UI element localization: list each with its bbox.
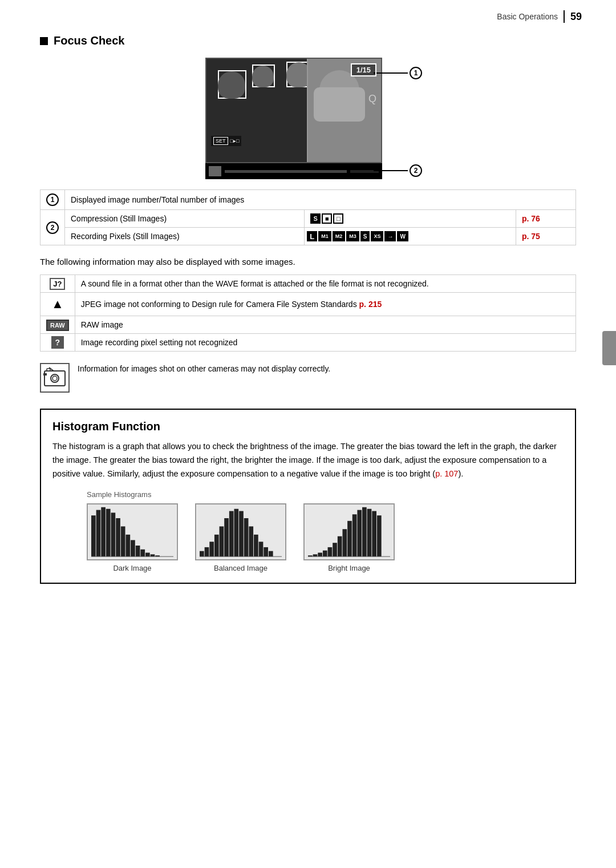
symbol-row-3: ? Image recording pixel setting not reco… (40, 334, 576, 352)
bright-caption: Bright Image (328, 564, 370, 572)
row2b-page: p. 75 (516, 228, 576, 245)
sample-label: Sample Histograms (87, 490, 564, 499)
svg-rect-31 (229, 511, 234, 556)
svg-rect-45 (323, 550, 327, 556)
camera-bottom-bar (205, 163, 382, 179)
histogram-balanced-img (195, 503, 286, 560)
svg-rect-18 (136, 546, 140, 556)
histogram-section: Histogram Function The histogram is a gr… (40, 409, 576, 584)
svg-rect-21 (151, 554, 155, 556)
dark-caption: Dark Image (113, 564, 151, 572)
row2b-icons: L M1 M2 M3 S XS → W (305, 228, 516, 245)
svg-rect-43 (313, 554, 318, 556)
sym-2-text: RAW image (75, 316, 576, 334)
svg-rect-16 (125, 535, 130, 556)
symbol-row-0: J? A sound file in a format other than t… (40, 275, 576, 293)
table-row-2b: Recording Pixels (Still Images) L M1 M2 … (40, 228, 576, 245)
row2-num: 2 (40, 210, 65, 245)
pix-M2: M2 (333, 231, 346, 241)
svg-rect-48 (338, 536, 342, 556)
svg-rect-28 (214, 535, 219, 556)
svg-rect-17 (131, 540, 135, 556)
row2a-icons: S ■ □ (305, 210, 516, 228)
svg-point-4 (52, 376, 57, 381)
svg-rect-33 (239, 511, 244, 556)
svg-rect-10 (96, 510, 101, 556)
svg-rect-39 (269, 551, 273, 556)
svg-rect-44 (318, 552, 322, 556)
svg-rect-35 (249, 526, 253, 556)
svg-rect-27 (209, 542, 214, 556)
sym-0-icon: J? (40, 275, 75, 293)
focus-check-title: Focus Check (40, 34, 576, 47)
svg-rect-36 (254, 535, 258, 556)
row2a-page: p. 76 (516, 210, 576, 228)
sym-2-icon: RAW (40, 316, 75, 334)
camera-note-text: Information for images shot on other cam… (78, 363, 330, 375)
histogram-text: The histogram is a graph that allows you… (52, 440, 564, 481)
set-indicator: SET □▸□ (211, 136, 241, 146)
svg-rect-54 (367, 508, 372, 556)
histogram-balanced: Balanced Image (195, 503, 286, 572)
sym-1-text: JPEG image not conforming to Design rule… (75, 293, 576, 316)
sym-3-icon: ? (40, 334, 75, 352)
svg-rect-37 (259, 542, 264, 556)
compress-icons: S ■ □ (310, 213, 510, 224)
main-content: Focus Check SET (0, 0, 616, 607)
pix-W: W (397, 231, 408, 241)
sym-0-text: A sound file in a format other than the … (75, 275, 576, 293)
svg-rect-49 (342, 529, 347, 556)
svg-rect-1 (43, 373, 47, 376)
sym-3-text: Image recording pixel setting not recogn… (75, 334, 576, 352)
right-tab (602, 331, 616, 365)
pix-arrow: → (384, 231, 396, 241)
icon-s: S (310, 213, 321, 224)
svg-point-3 (51, 374, 59, 382)
title-square-icon (40, 37, 48, 45)
svg-rect-52 (357, 510, 362, 556)
bright-histogram-svg (305, 504, 394, 559)
histogram-dark: Dark Image (87, 503, 178, 572)
symbol-row-1: ▲ JPEG image not conforming to Design ru… (40, 293, 576, 316)
svg-rect-26 (205, 547, 209, 556)
histograms-row: Dark Image (87, 503, 564, 572)
table-row-2a: 2 Compression (Still Images) S ■ □ p. 76 (40, 210, 576, 228)
svg-rect-13 (111, 512, 116, 556)
camera-display: SET □▸□ Q 1/15 1 2 (188, 58, 428, 179)
row1-text: Displayed image number/Total number of i… (65, 190, 576, 210)
histogram-title: Histogram Function (52, 420, 564, 433)
svg-rect-11 (101, 507, 106, 556)
svg-rect-30 (224, 518, 229, 556)
svg-rect-9 (91, 515, 96, 556)
pix-L: L (307, 231, 317, 241)
row2a-label: Compression (Still Images) (65, 210, 305, 228)
callout-2: 2 (374, 164, 422, 177)
set-box: SET (213, 137, 228, 145)
svg-rect-14 (116, 518, 120, 556)
pix-M1: M1 (318, 231, 331, 241)
header: Basic Operations 59 (497, 10, 582, 23)
dark-histogram-svg (88, 504, 177, 559)
svg-rect-32 (234, 508, 238, 556)
camera-display-wrapper: SET □▸□ Q 1/15 1 2 (40, 58, 576, 179)
svg-rect-50 (347, 521, 352, 556)
callout-1: 1 (374, 67, 422, 79)
pix-XS: XS (371, 231, 383, 241)
svg-rect-34 (244, 518, 249, 556)
zoom-icon: Q (368, 93, 376, 105)
svg-rect-25 (200, 551, 204, 556)
focus-check-label: Focus Check (54, 34, 124, 47)
callout-1-circle: 1 (410, 67, 422, 79)
camera-note: Information for images shot on other cam… (40, 363, 576, 393)
camera-note-icon (40, 363, 70, 393)
histogram-bright-img (303, 503, 395, 560)
svg-rect-29 (220, 526, 224, 556)
table-row-1: 1 Displayed image number/Total number of… (40, 190, 576, 210)
header-divider (564, 10, 565, 23)
svg-rect-51 (352, 514, 357, 556)
svg-rect-47 (333, 543, 337, 556)
svg-rect-12 (106, 508, 111, 556)
p-link: p. 107 (435, 469, 458, 478)
svg-rect-15 (121, 526, 125, 556)
svg-rect-55 (372, 511, 376, 556)
